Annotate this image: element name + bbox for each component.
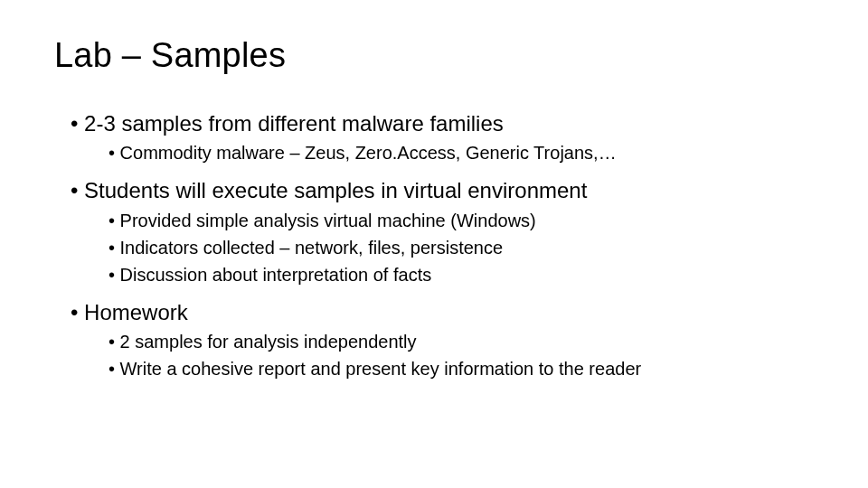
bullet-level2: Indicators collected – network, files, p… — [108, 236, 814, 260]
bullet-level1: Homework — [71, 298, 814, 327]
slide-title: Lab – Samples — [54, 36, 814, 75]
bullet-level1: 2-3 samples from different malware famil… — [71, 109, 814, 138]
spacer — [54, 287, 814, 295]
slide: Lab – Samples 2-3 samples from different… — [0, 0, 868, 488]
bullet-level2: 2 samples for analysis independently — [108, 330, 814, 354]
bullet-level2: Provided simple analysis virtual machine… — [108, 209, 814, 233]
bullet-level1: Students will execute samples in virtual… — [71, 176, 814, 205]
bullet-level2: Commodity malware – Zeus, Zero.Access, G… — [108, 141, 814, 165]
bullet-level2: Write a cohesive report and present key … — [108, 357, 814, 381]
bullet-level2: Discussion about interpretation of facts — [108, 263, 814, 287]
spacer — [54, 165, 814, 173]
